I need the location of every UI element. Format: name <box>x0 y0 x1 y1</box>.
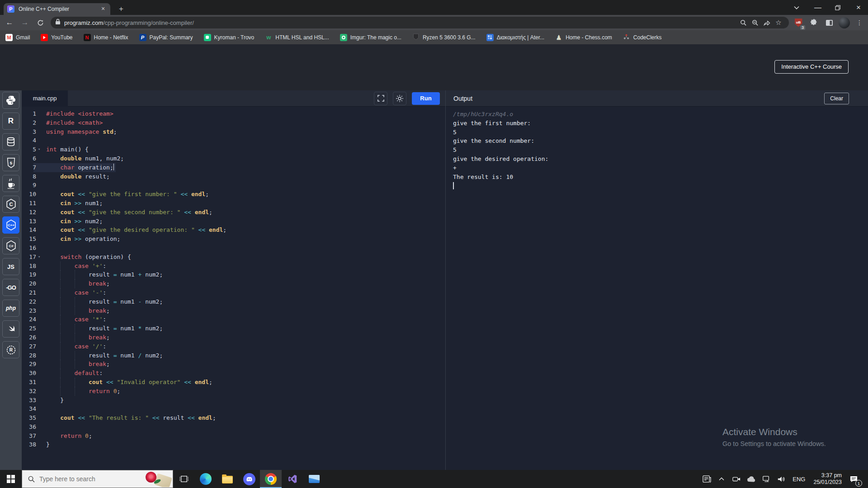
close-button[interactable]: × <box>849 0 868 15</box>
mail-taskbar-icon[interactable] <box>303 470 325 488</box>
code-line: 19result = num1 + num2; <box>22 270 445 279</box>
zoom-out-icon[interactable] <box>749 17 761 28</box>
network-icon[interactable] <box>761 472 772 486</box>
sidebar-item-sql[interactable] <box>2 133 19 150</box>
start-button[interactable] <box>0 470 22 488</box>
extensions-puzzle-icon[interactable] <box>808 17 820 28</box>
sidebar-item-rust[interactable]: R <box>2 341 19 358</box>
sidebar-item-r[interactable]: R <box>2 113 19 130</box>
bookmark-item[interactable]: Kyroman - Trovo <box>204 34 255 41</box>
interactive-course-button[interactable]: Interactive C++ Course <box>774 60 849 74</box>
reload-icon[interactable] <box>34 17 46 28</box>
discord-taskbar-icon[interactable] <box>238 470 260 488</box>
file-explorer-taskbar-icon[interactable] <box>217 470 238 488</box>
bookmark-item[interactable]: MGmail <box>5 34 30 41</box>
line-number: 13 <box>22 217 36 226</box>
code-line: 23break; <box>22 306 445 315</box>
chrome-taskbar-icon[interactable] <box>260 470 282 488</box>
line-number: 14 <box>22 225 36 235</box>
onedrive-cloud-icon[interactable] <box>746 472 757 486</box>
task-view-button[interactable] <box>173 470 195 488</box>
browser-toolbar: ← → programiz.com/cpp-programming/online… <box>0 15 868 30</box>
bookmark-item[interactable]: wHTML HSL and HSL... <box>265 34 329 41</box>
tab-search-chevron-icon[interactable] <box>789 0 804 15</box>
taskbar-search[interactable] <box>22 470 173 488</box>
edge-taskbar-icon[interactable] <box>195 470 217 488</box>
meet-now-camera-icon[interactable] <box>731 472 742 486</box>
bookmark-star-icon[interactable]: ☆ <box>773 17 784 28</box>
sidebar-item-csharp[interactable]: C# <box>2 237 19 254</box>
speaker-icon[interactable] <box>776 472 787 486</box>
bookmark-item[interactable]: Διακομιστής | Ater... <box>486 34 544 41</box>
sidebar-item-js[interactable]: JS <box>2 258 19 275</box>
share-icon[interactable] <box>761 17 773 28</box>
file-tab-main-cpp[interactable]: main.cpp <box>22 90 68 107</box>
lock-icon <box>55 19 61 27</box>
fold-marker-icon[interactable]: ▾ <box>38 145 40 154</box>
forward-icon[interactable]: → <box>19 17 31 28</box>
tray-chevron-up-icon[interactable] <box>716 472 727 486</box>
bookmark-item[interactable]: NHome - Netflix <box>84 34 128 41</box>
bookmark-item[interactable]: PPayPal: Summary <box>139 34 193 41</box>
bookmark-item[interactable]: Imgur: The magic o... <box>340 34 401 41</box>
fold-marker-icon[interactable]: ▾ <box>38 253 40 262</box>
back-icon[interactable]: ← <box>4 17 15 28</box>
language-indicator[interactable]: ENG <box>791 476 807 483</box>
code-line: 38} <box>22 440 445 449</box>
bookmark-item[interactable]: Ryzen 5 3600 3.6 G... <box>412 33 476 42</box>
tab-close-icon[interactable]: × <box>99 5 107 13</box>
youtube-favicon <box>41 34 48 41</box>
bookmark-label: Ryzen 5 3600 3.6 G... <box>423 34 476 41</box>
run-button[interactable]: Run <box>412 92 440 105</box>
search-highlight-rose-image[interactable] <box>143 471 172 487</box>
code-area[interactable]: 1#include <iostream>2#include <cmath>3us… <box>22 107 445 470</box>
line-number: 29 <box>22 360 36 369</box>
minimize-button[interactable]: — <box>809 0 826 15</box>
sidebar-item-java[interactable] <box>2 175 19 192</box>
side-panel-icon[interactable] <box>823 17 835 28</box>
visual-studio-taskbar-icon[interactable] <box>282 470 303 488</box>
kebab-menu-icon[interactable]: ⋮ <box>854 17 865 28</box>
line-number: 21 <box>22 288 36 297</box>
news-widget-icon[interactable] <box>701 472 712 486</box>
sidebar-item-cpp[interactable]: C++ <box>2 216 19 234</box>
bookmark-item[interactable]: YouTube <box>41 34 72 41</box>
url-domain: programiz.com <box>64 19 103 26</box>
clear-button[interactable]: Clear <box>824 93 849 104</box>
sidebar-item-c[interactable]: C <box>2 196 19 213</box>
browser-tab[interactable]: P Online C++ Compiler × <box>4 3 110 15</box>
sidebar-item-go[interactable]: -GO <box>2 279 19 296</box>
code-line: 33} <box>22 396 445 405</box>
search-icon[interactable] <box>737 17 749 28</box>
sidebar-item-php[interactable]: php <box>2 300 19 317</box>
address-bar[interactable]: programiz.com/cpp-programming/online-com… <box>51 17 789 28</box>
restore-button[interactable] <box>829 0 846 15</box>
taskbar-search-input[interactable] <box>39 475 130 483</box>
notification-center-icon[interactable]: 1 <box>848 472 859 486</box>
taskbar-clock[interactable]: 3:37 pm 25/01/2023 <box>811 472 844 486</box>
windows-taskbar: ENG 3:37 pm 25/01/2023 1 <box>0 470 868 488</box>
bookmark-label: HTML HSL and HSL... <box>275 34 329 41</box>
bookmark-item[interactable]: ♟Home - Chess.com <box>555 34 612 41</box>
code-line: 17▾switch (operation) { <box>22 253 445 262</box>
trovo-favicon <box>204 34 211 41</box>
new-tab-button[interactable]: + <box>116 4 127 14</box>
code-line: 22result = num1 - num2; <box>22 297 445 306</box>
output-console[interactable]: /tmp/hUc3rxzRq4.ogive the first number:5… <box>446 107 868 470</box>
profile-avatar[interactable] <box>839 17 850 28</box>
ublock-extension-icon[interactable]: uB 3 <box>793 17 804 28</box>
fullscreen-icon[interactable] <box>374 92 387 105</box>
sidebar-item-swift[interactable] <box>2 320 19 338</box>
bookmark-label: Kyroman - Trovo <box>214 34 255 41</box>
code-line: 35cout << "The result is: " << result <<… <box>22 413 445 422</box>
line-number: 37 <box>22 432 36 441</box>
line-number: 4 <box>22 136 36 145</box>
output-line: 5 <box>453 145 868 155</box>
sidebar-item-html[interactable]: 5 <box>2 154 19 171</box>
line-number: 27 <box>22 342 36 351</box>
bookmark-item[interactable]: CodeClerks <box>623 33 662 42</box>
theme-toggle-icon[interactable] <box>393 92 406 105</box>
line-number: 38 <box>22 440 36 449</box>
sidebar-item-python[interactable] <box>2 92 19 109</box>
ater-favicon <box>486 34 494 41</box>
